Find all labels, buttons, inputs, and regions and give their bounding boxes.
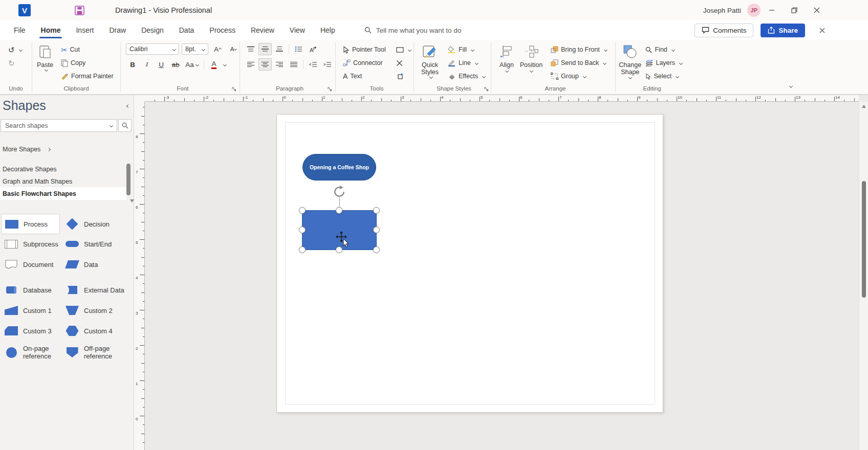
stencil-shape-document[interactable]: Document [1, 255, 60, 274]
resize-handle-top-left[interactable] [299, 207, 306, 214]
stencil-item[interactable]: Graph and Math Shapes [0, 175, 121, 188]
share-button[interactable]: Share [761, 24, 805, 37]
copy-button[interactable]: Copy [58, 56, 117, 70]
connection-point-button[interactable] [393, 70, 414, 83]
fill-button[interactable]: Fill [445, 43, 488, 56]
send-to-back-button[interactable]: Send to Back [548, 56, 610, 70]
underline-button[interactable]: U [155, 58, 168, 71]
tab-view[interactable]: View [282, 20, 313, 40]
maximize-button[interactable] [783, 3, 806, 18]
layers-button[interactable]: Layers [642, 56, 685, 70]
effects-button[interactable]: Effects [445, 70, 488, 83]
change-shape-button[interactable]: Change Shape [619, 43, 641, 79]
stencil-item[interactable]: Basic Flowchart Shapes [0, 187, 126, 200]
pointer-tool-button[interactable]: Pointer Tool [340, 43, 389, 56]
resize-handle-top-right[interactable] [373, 207, 380, 214]
resize-handle-top-center[interactable] [336, 207, 342, 214]
select-button[interactable]: Select [642, 70, 685, 83]
position-button[interactable]: Position [518, 43, 545, 72]
stencil-shape-subprocess[interactable]: Subprocess [1, 234, 60, 254]
close-button[interactable] [806, 3, 828, 18]
scroll-down-icon[interactable] [130, 199, 134, 202]
tab-home[interactable]: Home [33, 20, 69, 40]
stencil-shape-database[interactable]: Database [1, 280, 60, 300]
align-button[interactable]: Align [495, 43, 518, 72]
more-shapes-button[interactable]: More Shapes [3, 146, 50, 153]
menubar-close-icon[interactable] [819, 28, 825, 33]
rectangle-tool-button[interactable] [393, 43, 414, 56]
stencil-shape-onpage[interactable]: On-page reference [1, 340, 60, 365]
minimize-button[interactable] [761, 3, 783, 18]
redo-button[interactable]: ↻ [5, 56, 25, 70]
stencil-shape-external[interactable]: External Data [62, 280, 133, 300]
justify-button[interactable] [287, 58, 300, 71]
resize-handle-mid-left[interactable] [299, 227, 306, 233]
text-tool-button[interactable]: A Text [340, 70, 389, 83]
align-right-button[interactable] [273, 58, 286, 71]
paste-button[interactable]: Paste [32, 43, 58, 71]
shape-styles-dialog-launcher[interactable] [484, 87, 489, 92]
decrease-indent-button[interactable] [306, 58, 319, 71]
panel-scroll-thumb[interactable] [126, 164, 131, 195]
shapes-search-button[interactable] [118, 119, 132, 132]
canvas-area[interactable]: Opening a Coffee Shop [134, 95, 868, 450]
stencil-shape-custom2[interactable]: Custom 2 [62, 301, 133, 320]
cut-button[interactable]: ✂Cut [58, 43, 117, 56]
line-button[interactable]: Line [445, 56, 488, 70]
quick-styles-button[interactable]: Quick Styles [417, 43, 443, 78]
panel-scrollbar[interactable] [126, 158, 131, 165]
stencil-shape-custom4[interactable]: Custom 4 [62, 321, 133, 341]
collapse-ribbon-icon[interactable] [788, 82, 792, 90]
align-center-button[interactable] [258, 58, 272, 71]
tab-process[interactable]: Process [202, 20, 243, 40]
tab-insert[interactable]: Insert [68, 20, 101, 40]
shapes-search-input[interactable]: Search shapes [1, 119, 117, 132]
tellme-search[interactable]: Tell me what you want to do [364, 20, 462, 40]
group-button[interactable]: Group [548, 70, 610, 83]
text-direction-button[interactable]: A [306, 43, 319, 55]
search-dropdown-chevron-icon[interactable] [110, 124, 113, 127]
resize-handle-bottom-left[interactable] [299, 246, 306, 253]
font-size-select[interactable]: 8pt. [182, 43, 208, 55]
undo-button[interactable]: ↺ [5, 43, 25, 56]
stencil-shape-startend[interactable]: Start/End [62, 234, 133, 254]
align-left-button[interactable] [244, 58, 257, 71]
font-family-select[interactable]: Calibri [126, 43, 179, 55]
avatar[interactable]: JP [747, 4, 761, 17]
align-bottom-button[interactable] [273, 43, 286, 55]
find-button[interactable]: Find [642, 43, 685, 56]
panel-collapse-icon[interactable] [125, 102, 129, 110]
stencil-item[interactable]: Decorative Shapes [0, 163, 121, 175]
stencil-shape-custom3[interactable]: Custom 3 [1, 321, 60, 341]
align-middle-button[interactable] [258, 43, 272, 55]
comments-button[interactable]: Comments [695, 24, 753, 37]
align-top-button[interactable] [244, 43, 257, 55]
bring-to-front-button[interactable]: Bring to Front [548, 43, 610, 56]
paragraph-dialog-launcher[interactable] [328, 87, 332, 92]
bold-button[interactable]: B [126, 58, 139, 71]
rotation-handle[interactable] [333, 186, 345, 198]
change-case-button[interactable]: Aa [183, 58, 201, 71]
font-color-button[interactable]: A [207, 58, 221, 71]
connector-button[interactable]: Connector [340, 56, 389, 70]
resize-handle-bottom-right[interactable] [373, 246, 380, 253]
canvas-vertical-scrollbar[interactable] [859, 102, 868, 450]
font-dialog-launcher[interactable] [232, 87, 236, 92]
scroll-up-icon[interactable] [862, 105, 866, 108]
stencil-shape-decision[interactable]: Decision [62, 214, 133, 234]
connection-point-x-button[interactable] [393, 56, 414, 70]
tab-design[interactable]: Design [134, 20, 171, 40]
stencil-shape-data[interactable]: Data [62, 255, 133, 274]
increase-indent-button[interactable] [320, 58, 334, 71]
stencil-shape-process[interactable]: Process [1, 214, 60, 234]
strikethrough-button[interactable]: ab [169, 58, 182, 71]
tab-file[interactable]: File [6, 20, 33, 40]
shrink-font-button[interactable]: A [227, 43, 240, 55]
italic-button[interactable]: I [140, 58, 154, 71]
tab-data[interactable]: Data [171, 20, 202, 40]
grow-font-button[interactable]: A [211, 43, 224, 55]
resize-handle-mid-right[interactable] [373, 227, 380, 233]
canvas-scroll-thumb[interactable] [862, 181, 866, 298]
format-painter-button[interactable]: Format Painter [58, 70, 117, 83]
save-icon[interactable] [75, 6, 84, 15]
